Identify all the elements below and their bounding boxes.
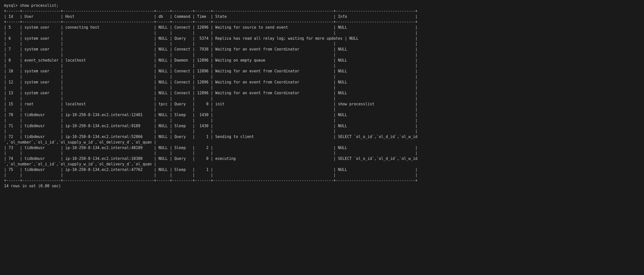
terminal-output: mysql> show processlist; +------+-------…	[4, 3, 640, 189]
mysql-prompt: mysql> show processlist;	[4, 3, 59, 8]
footer-text: 14 rows in set (0.00 sec)	[4, 184, 61, 188]
